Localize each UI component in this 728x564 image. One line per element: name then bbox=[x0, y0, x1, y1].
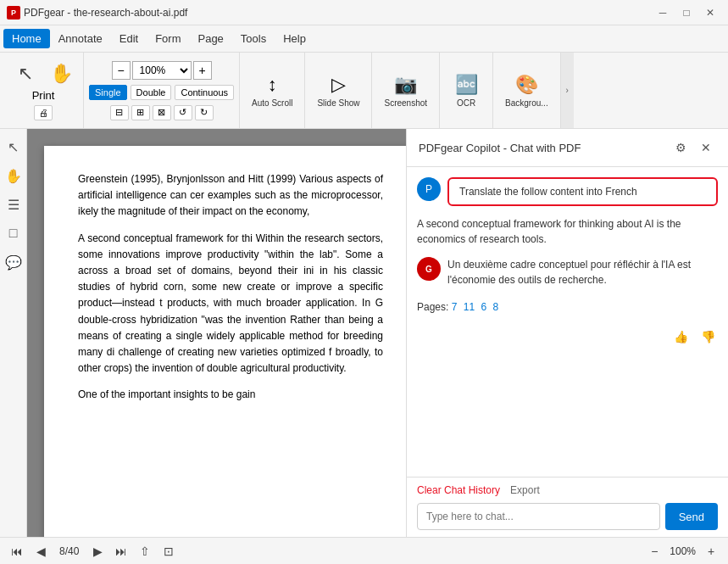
menu-annotate[interactable]: Annotate bbox=[50, 29, 111, 48]
zoom-section: − 100% 75% 125% 150% 200% + Single Doubl… bbox=[84, 53, 240, 128]
pages-label: Pages: bbox=[417, 301, 448, 313]
rotate-left-button[interactable]: ↺ bbox=[174, 105, 192, 120]
user-message-bubble: Translate the follow content into French bbox=[447, 177, 718, 206]
sidebar-icon-outline[interactable]: □ bbox=[3, 222, 25, 244]
share-button[interactable]: ⇧ bbox=[135, 541, 155, 561]
prev-page-button[interactable]: ◀ bbox=[31, 541, 51, 561]
slide-show-button[interactable]: ▷ Slide Show bbox=[310, 70, 366, 111]
page-link-11[interactable]: 11 bbox=[464, 301, 475, 313]
chat-input[interactable] bbox=[417, 503, 660, 530]
background-icon: 🎨 bbox=[515, 74, 538, 96]
chat-input-row: Send bbox=[417, 503, 718, 530]
page-link-8[interactable]: 8 bbox=[492, 301, 498, 313]
zoom-select[interactable]: 100% 75% 125% 150% 200% bbox=[132, 61, 192, 80]
auto-scroll-icon: ↕ bbox=[268, 74, 277, 96]
background-label: Backgrou... bbox=[505, 98, 548, 108]
chat-actions: Clear Chat History Export bbox=[417, 484, 718, 496]
last-page-button[interactable]: ⏭ bbox=[111, 541, 131, 561]
left-sidebar: ↖ ✋ ☰ □ 💬 bbox=[0, 129, 27, 537]
view-mode-1[interactable]: ⊟ bbox=[110, 105, 129, 120]
view-mode-3[interactable]: ⊠ bbox=[153, 105, 171, 120]
screenshot-icon: 📷 bbox=[394, 74, 417, 96]
toolbar-expand-button[interactable]: › bbox=[560, 53, 574, 128]
page-indicator: 8/40 bbox=[54, 545, 84, 557]
chat-header: PDFgear Copilot - Chat with PDF ⚙ ✕ bbox=[407, 129, 728, 167]
print-button[interactable]: 🖨 bbox=[34, 105, 53, 120]
zoom-in-status-button[interactable]: + bbox=[701, 541, 721, 561]
feedback-row: 👍 👎 bbox=[417, 327, 718, 347]
fit-page-button[interactable]: ⊡ bbox=[158, 541, 179, 561]
background-button[interactable]: 🎨 Backgrou... bbox=[498, 70, 555, 111]
page-link-6[interactable]: 6 bbox=[481, 301, 486, 313]
chat-messages: P Translate the follow content into Fren… bbox=[407, 167, 728, 477]
single-page-button[interactable]: Single bbox=[89, 85, 127, 100]
double-page-button[interactable]: Double bbox=[131, 85, 172, 100]
zoom-in-button[interactable]: + bbox=[193, 61, 212, 80]
slide-show-label: Slide Show bbox=[317, 98, 359, 108]
ai-avatar: G bbox=[417, 257, 441, 281]
auto-scroll-label: Auto Scroll bbox=[252, 98, 292, 108]
pdf-paragraph-1: Greenstein (1995), Brynjonlsson and Hitt… bbox=[78, 171, 383, 221]
hand-tool-button[interactable]: ✋ bbox=[44, 60, 78, 87]
window-controls: ─ □ ✕ bbox=[652, 4, 721, 21]
window-title: PDFgear - the-research-about-ai.pdf bbox=[24, 7, 187, 19]
status-bar: ⏮ ◀ 8/40 ▶ ⏭ ⇧ ⊡ − 100% + bbox=[0, 537, 728, 564]
navigation-controls: ⏮ ◀ 8/40 ▶ ⏭ ⇧ ⊡ bbox=[7, 541, 179, 561]
page-link-7[interactable]: 7 bbox=[452, 301, 458, 313]
cursor-tool-button[interactable]: ↖ bbox=[8, 60, 42, 87]
close-button[interactable]: ✕ bbox=[699, 4, 721, 21]
screenshot-label: Screenshot bbox=[384, 98, 427, 108]
chat-close-icon[interactable]: ✕ bbox=[696, 137, 716, 158]
next-page-button[interactable]: ▶ bbox=[87, 541, 108, 561]
first-page-button[interactable]: ⏮ bbox=[7, 541, 27, 561]
slide-show-section: ▷ Slide Show bbox=[305, 53, 372, 128]
zoom-out-status-button[interactable]: − bbox=[644, 541, 664, 561]
ai-response-text-1: A second conceptual framework for thinki… bbox=[417, 216, 718, 247]
user-message: P Translate the follow content into Fren… bbox=[417, 177, 718, 206]
sidebar-icon-hand[interactable]: ✋ bbox=[3, 165, 25, 187]
maximize-button[interactable]: □ bbox=[675, 4, 697, 21]
app-icon-letter: P bbox=[11, 8, 16, 17]
user-avatar-letter: P bbox=[425, 183, 432, 195]
ocr-icon: 🔤 bbox=[455, 74, 478, 96]
rotate-right-button[interactable]: ↻ bbox=[195, 105, 214, 120]
ocr-label: OCR bbox=[457, 98, 475, 108]
sidebar-icon-comment[interactable]: 💬 bbox=[3, 251, 25, 273]
view-mode-2[interactable]: ⊞ bbox=[131, 105, 150, 120]
background-section: 🎨 Backgrou... bbox=[493, 53, 560, 128]
send-button[interactable]: Send bbox=[665, 503, 718, 530]
pdf-content: Greenstein (1995), Brynjonlsson and Hitt… bbox=[27, 129, 406, 537]
sidebar-icon-thumbnails[interactable]: ☰ bbox=[3, 193, 25, 215]
thumbs-up-button[interactable]: 👍 bbox=[670, 327, 691, 347]
pdf-paragraph-2: A second conceptual framework for thi Wi… bbox=[78, 231, 383, 377]
minimize-button[interactable]: ─ bbox=[652, 4, 674, 21]
menu-form[interactable]: Form bbox=[147, 29, 189, 48]
ocr-button[interactable]: 🔤 OCR bbox=[445, 70, 487, 111]
main-area: ↖ ✋ ☰ □ 💬 Greenstein (1995), Brynjonlsso… bbox=[0, 129, 728, 537]
menu-bar: Home Annotate Edit Form Page Tools Help bbox=[0, 25, 728, 53]
chat-settings-icon[interactable]: ⚙ bbox=[670, 137, 691, 158]
chat-title: PDFgear Copilot - Chat with PDF bbox=[419, 142, 581, 154]
pdf-paragraph-3: One of the important insights to be gain bbox=[78, 387, 383, 403]
menu-help[interactable]: Help bbox=[275, 29, 314, 48]
continuous-page-button[interactable]: Continuous bbox=[175, 85, 234, 100]
toolbar: ↖ ✋ Print 🖨 − 100% 75% 125% 150% 200% + bbox=[0, 53, 728, 129]
user-avatar: P bbox=[417, 177, 441, 201]
screenshot-button[interactable]: 📷 Screenshot bbox=[377, 70, 434, 111]
ai-message-1: A second conceptual framework for thinki… bbox=[417, 216, 718, 247]
menu-page[interactable]: Page bbox=[189, 29, 231, 48]
zoom-out-button[interactable]: − bbox=[112, 61, 131, 80]
user-message-text: Translate the follow content into French bbox=[459, 186, 637, 198]
auto-scroll-button[interactable]: ↕ Auto Scroll bbox=[245, 70, 299, 111]
chat-panel: PDFgear Copilot - Chat with PDF ⚙ ✕ P Tr… bbox=[406, 129, 728, 537]
clear-history-link[interactable]: Clear Chat History bbox=[417, 484, 500, 496]
thumbs-down-button[interactable]: 👎 bbox=[697, 327, 718, 347]
status-right: − 100% + bbox=[644, 541, 721, 561]
pointer-tools-section: ↖ ✋ Print 🖨 bbox=[3, 53, 84, 128]
menu-home[interactable]: Home bbox=[3, 29, 50, 48]
sidebar-icon-cursor[interactable]: ↖ bbox=[3, 136, 25, 158]
export-link[interactable]: Export bbox=[510, 484, 540, 496]
menu-edit[interactable]: Edit bbox=[111, 29, 147, 48]
menu-tools[interactable]: Tools bbox=[232, 29, 275, 48]
zoom-status-value: 100% bbox=[670, 545, 696, 557]
